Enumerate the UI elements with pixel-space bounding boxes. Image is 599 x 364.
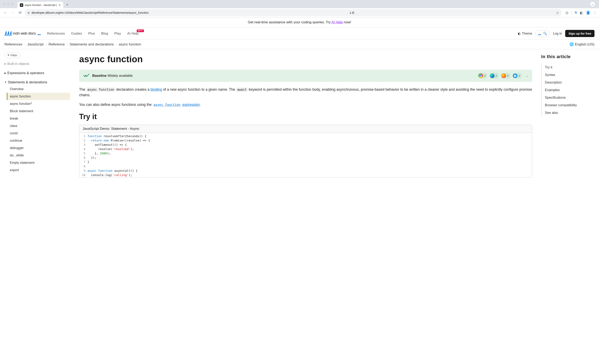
- signup-button[interactable]: Sign up for free: [565, 30, 594, 37]
- toc-item[interactable]: Try it: [545, 63, 594, 71]
- sidebar-item[interactable]: Overview: [7, 85, 70, 93]
- sidebar-filter[interactable]: ▾ Filter: [5, 52, 20, 58]
- forward-button[interactable]: →: [10, 10, 16, 16]
- toc-item[interactable]: Browser compatibility: [545, 101, 594, 109]
- sidebar-group-label: Expressions & operators: [7, 71, 44, 75]
- toc-item[interactable]: Description: [545, 79, 594, 86]
- toc-list: Try it Syntax Description Examples Speci…: [541, 63, 594, 117]
- baseline-strong: Baseline: [92, 74, 106, 78]
- intro-paragraph-2: You can also define async functions usin…: [79, 102, 532, 108]
- text: .: [200, 102, 201, 107]
- globe-icon: 🌐: [570, 42, 574, 46]
- new-tab-button[interactable]: +: [66, 3, 68, 7]
- chrome-icon: [478, 74, 483, 78]
- toc-item[interactable]: Syntax: [545, 71, 594, 79]
- nav-aihelp[interactable]: AI HelpBETA: [127, 32, 139, 36]
- sidebar-group-builtin[interactable]: ▶Built-in objects: [5, 61, 70, 67]
- page-layout: ▾ Filter ▶Built-in objects ▶Expressions …: [0, 49, 599, 178]
- top-nav: mdn web docs References Guides Plus Blog…: [0, 27, 599, 40]
- theme-toggle[interactable]: ◐ Theme: [518, 32, 532, 35]
- promo-banner: Get real-time assistance with your codin…: [0, 17, 599, 27]
- reload-button[interactable]: ⟳: [17, 10, 23, 16]
- promo-text-a: Get real-time assistance with your codin…: [248, 20, 332, 24]
- code-editor[interactable]: 12345678910 function resolveAfter2Second…: [79, 133, 532, 177]
- sidebar-item[interactable]: export: [7, 166, 70, 174]
- sidebar-group-label: Built-in objects: [7, 62, 29, 66]
- site-info-icon[interactable]: ⚙: [27, 11, 29, 14]
- install-app-icon[interactable]: ⤓⊡: [349, 11, 354, 15]
- crumb-current: async function: [119, 42, 141, 46]
- sidebar-group-expressions[interactable]: ▶Expressions & operators: [5, 70, 70, 76]
- theme-label: Theme: [522, 32, 532, 35]
- nav-links: References Guides Plus Blog Play AI Help…: [47, 32, 139, 36]
- sidebar-item[interactable]: const: [7, 130, 70, 137]
- traffic-max[interactable]: [11, 3, 14, 5]
- language-switch[interactable]: 🌐 English (US): [570, 42, 594, 46]
- bookmark-icon[interactable]: ☆: [556, 11, 559, 15]
- crumb-statements[interactable]: Statements and declarations: [70, 42, 114, 46]
- sidebar-item[interactable]: class: [7, 122, 70, 130]
- browser-firefox-pill: ✓: [501, 73, 510, 79]
- profile-avatar[interactable]: 👤: [586, 10, 590, 15]
- traffic-close[interactable]: [3, 3, 6, 5]
- labs-icon[interactable]: ⚗: [574, 11, 577, 15]
- login-link[interactable]: Log in: [553, 32, 562, 35]
- baseline-browsers: ✓ ✓ ✓ ✓ ⌄: [478, 73, 528, 79]
- browser-chrome-pill: ✓: [478, 73, 487, 79]
- filter-label: Filter: [10, 53, 17, 57]
- toolbar-right: ⊡ ⚗ ◧ 👤 ⋮: [564, 10, 597, 15]
- sidebar-item[interactable]: break: [7, 115, 70, 122]
- favicon-icon: M: [20, 3, 23, 7]
- baseline-check-icon: [83, 73, 89, 78]
- browser-chrome: M async function - JavaScript | ✕ + ⌄ ← …: [0, 0, 599, 17]
- sidebar-item[interactable]: debugger: [7, 144, 70, 152]
- chevron-right-icon: ›: [24, 43, 25, 46]
- sidepanel-icon[interactable]: ◧: [580, 11, 583, 15]
- crumb-javascript[interactable]: JavaScript: [27, 42, 44, 46]
- menu-icon[interactable]: ⋮: [593, 11, 597, 15]
- sidebar-item[interactable]: Empty statement: [7, 159, 70, 166]
- sidebar-item[interactable]: do...while: [7, 152, 70, 159]
- link-async-expression[interactable]: async function expression: [152, 102, 200, 107]
- crumb-references[interactable]: References: [5, 42, 22, 46]
- sidebar-item[interactable]: Block statement: [7, 108, 70, 115]
- traffic-lights: [3, 3, 14, 5]
- heading-try-it: Try it: [79, 112, 532, 121]
- sidebar-item[interactable]: async function*: [7, 100, 70, 108]
- search-button[interactable]: 🔍: [536, 30, 550, 37]
- nav-references[interactable]: References: [47, 32, 65, 36]
- address-bar[interactable]: ⚙ developer.allizom.org/en-US/docs/Web/J…: [25, 9, 562, 16]
- mdn-logo[interactable]: mdn web docs: [5, 31, 41, 36]
- toc-item[interactable]: See also: [545, 109, 594, 117]
- crumb-reference[interactable]: Reference: [49, 42, 65, 46]
- nav-play[interactable]: Play: [114, 32, 121, 36]
- nav-guides[interactable]: Guides: [71, 32, 82, 36]
- toc-item[interactable]: Examples: [545, 86, 594, 94]
- inline-code: async function: [152, 102, 181, 107]
- extensions-icon[interactable]: ⊡: [566, 11, 568, 15]
- chevron-down-icon[interactable]: ⌄: [526, 74, 528, 77]
- nav-plus[interactable]: Plus: [88, 32, 95, 36]
- baseline-banner[interactable]: Baseline Widely available ✓ ✓ ✓ ✓ ⌄: [79, 70, 532, 82]
- back-button[interactable]: ←: [2, 10, 8, 16]
- link-binding[interactable]: binding: [150, 87, 162, 92]
- logo-text: mdn web docs: [13, 31, 36, 36]
- traffic-min[interactable]: [7, 3, 10, 5]
- sidebar-group-statements[interactable]: ▼Statements & declarations: [5, 79, 70, 85]
- inline-code: await: [236, 87, 248, 92]
- logo-cursor-icon: [37, 34, 41, 35]
- baseline-rest: Widely available: [106, 74, 133, 78]
- promo-link[interactable]: AI Help: [332, 20, 343, 24]
- sidebar-group-label: Statements & declarations: [8, 80, 47, 84]
- tab-close-icon[interactable]: ✕: [58, 3, 61, 7]
- toc-item[interactable]: Specifications: [545, 94, 594, 101]
- check-icon: ✓: [484, 74, 486, 77]
- nav-blog[interactable]: Blog: [101, 32, 108, 36]
- tab-title: async function - JavaScript |: [25, 4, 57, 7]
- divider: [571, 11, 571, 15]
- tabs-dropdown-icon[interactable]: ⌄: [590, 2, 595, 6]
- sidebar-item-active[interactable]: async function: [7, 93, 70, 100]
- text: of a new async function to a given name.…: [162, 87, 236, 92]
- browser-tab[interactable]: M async function - JavaScript | ✕: [18, 2, 63, 8]
- sidebar-item[interactable]: continue: [7, 137, 70, 144]
